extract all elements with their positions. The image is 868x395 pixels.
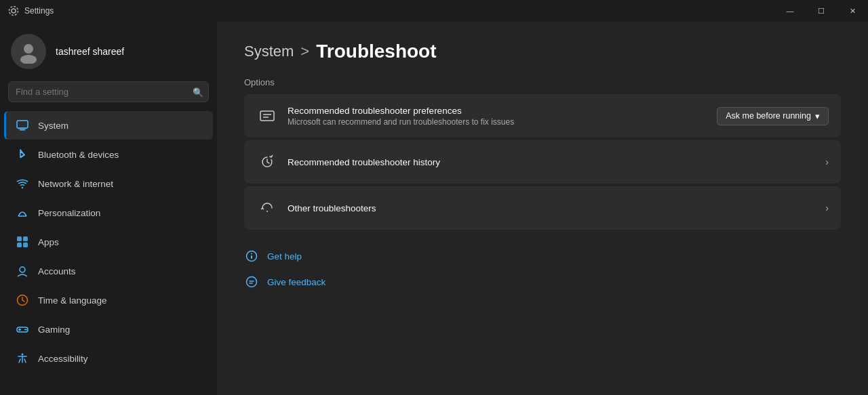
- svg-point-24: [267, 211, 268, 212]
- give-feedback-label: Give feedback: [267, 277, 326, 287]
- user-section: tashreef shareef: [0, 27, 217, 81]
- time-icon: [15, 293, 30, 308]
- sidebar-item-time[interactable]: Time & language: [4, 286, 213, 314]
- option-preferences-right: Ask me before running ▾: [717, 107, 829, 125]
- option-preferences-text: Recommended troubleshooter preferences M…: [288, 106, 717, 127]
- svg-point-3: [20, 55, 37, 64]
- sidebar-item-gaming[interactable]: Gaming: [4, 315, 213, 344]
- sidebar-item-system[interactable]: System: [4, 111, 213, 140]
- breadcrumb-separator: >: [300, 43, 309, 60]
- system-icon: [15, 118, 30, 133]
- sidebar-item-accessibility[interactable]: Accessibility: [4, 344, 213, 373]
- network-icon: [15, 176, 30, 191]
- svg-rect-12: [23, 243, 28, 247]
- option-preferences-title: Recommended troubleshooter preferences: [288, 106, 717, 116]
- close-button[interactable]: ✕: [837, 0, 868, 22]
- svg-point-13: [20, 267, 25, 272]
- sidebar-item-label-accounts: Accounts: [38, 266, 76, 276]
- titlebar-controls: — ☐ ✕: [774, 0, 868, 22]
- option-history[interactable]: Recommended troubleshooter history ›: [244, 140, 841, 184]
- help-icon: [244, 249, 259, 264]
- svg-point-17: [26, 329, 27, 331]
- get-help-link[interactable]: Get help: [244, 243, 841, 269]
- svg-rect-21: [260, 111, 274, 121]
- chevron-down-icon: ▾: [815, 111, 820, 121]
- option-history-text: Recommended troubleshooter history: [288, 157, 825, 167]
- settings-icon: [8, 5, 19, 16]
- maximize-button[interactable]: ☐: [806, 0, 837, 22]
- sidebar-item-label-gaming: Gaming: [38, 325, 70, 335]
- sidebar-item-label-bluetooth: Bluetooth & devices: [38, 150, 119, 160]
- search-icon: 🔍: [193, 87, 203, 97]
- sidebar-item-label-system: System: [38, 121, 68, 131]
- option-preferences[interactable]: Recommended troubleshooter preferences M…: [244, 94, 841, 138]
- chevron-right-icon-2: ›: [825, 203, 829, 213]
- svg-point-20: [22, 354, 24, 356]
- sidebar-item-label-accessibility: Accessibility: [38, 354, 88, 364]
- preferences-dropdown[interactable]: Ask me before running ▾: [717, 107, 829, 125]
- username: tashreef shareef: [56, 46, 124, 57]
- app-body: tashreef shareef 🔍 System: [0, 22, 868, 395]
- sidebar-item-apps[interactable]: Apps: [4, 228, 213, 256]
- chevron-right-icon: ›: [825, 157, 829, 167]
- sidebar-item-personalization[interactable]: Personalization: [4, 199, 213, 227]
- svg-point-7: [22, 187, 23, 188]
- section-label: Options: [244, 77, 841, 87]
- breadcrumb-parent[interactable]: System: [244, 43, 294, 60]
- breadcrumb: System > Troubleshoot: [244, 41, 841, 62]
- svg-rect-5: [20, 129, 25, 131]
- bluetooth-icon: [15, 147, 30, 162]
- option-other[interactable]: Other troubleshooters ›: [244, 186, 841, 230]
- option-other-title: Other troubleshooters: [288, 203, 825, 213]
- breadcrumb-current: Troubleshoot: [316, 41, 436, 62]
- option-history-title: Recommended troubleshooter history: [288, 157, 825, 167]
- search-input[interactable]: [8, 81, 209, 102]
- main-content: System > Troubleshoot Options Recommende…: [217, 22, 868, 395]
- sidebar-item-accounts[interactable]: Accounts: [4, 257, 213, 285]
- apps-icon: [15, 234, 30, 249]
- nav-items: System Bluetooth & devices: [0, 110, 217, 373]
- svg-point-16: [24, 329, 26, 331]
- history-icon: [256, 151, 278, 173]
- feedback-icon: [244, 274, 259, 289]
- sidebar-item-label-time: Time & language: [38, 295, 107, 306]
- search-box: 🔍: [8, 81, 209, 102]
- svg-point-1: [9, 7, 18, 16]
- option-other-text: Other troubleshooters: [288, 203, 825, 213]
- option-history-right: ›: [825, 157, 829, 167]
- titlebar-left: Settings: [8, 5, 54, 16]
- dropdown-value: Ask me before running: [726, 111, 811, 121]
- sidebar-item-network[interactable]: Network & internet: [4, 169, 213, 198]
- sidebar-item-label-apps: Apps: [38, 237, 59, 247]
- svg-rect-27: [251, 255, 252, 259]
- gaming-icon: [15, 322, 30, 337]
- sidebar-item-bluetooth[interactable]: Bluetooth & devices: [4, 140, 213, 169]
- svg-point-2: [24, 44, 33, 54]
- minimize-button[interactable]: —: [774, 0, 806, 22]
- accessibility-icon: [15, 351, 30, 366]
- sidebar: tashreef shareef 🔍 System: [0, 22, 217, 395]
- avatar: [11, 34, 46, 69]
- option-preferences-subtitle: Microsoft can recommend and run troubles…: [288, 117, 717, 127]
- links-section: Get help Give feedback: [244, 243, 841, 295]
- sidebar-item-label-personalization: Personalization: [38, 208, 100, 218]
- sidebar-item-label-network: Network & internet: [38, 179, 113, 189]
- get-help-label: Get help: [267, 251, 302, 262]
- titlebar: Settings — ☐ ✕: [0, 0, 868, 22]
- preferences-icon: [256, 105, 278, 127]
- svg-rect-11: [17, 243, 22, 247]
- svg-rect-4: [17, 121, 28, 128]
- option-other-right: ›: [825, 203, 829, 213]
- give-feedback-link[interactable]: Give feedback: [244, 269, 841, 295]
- avatar-icon: [16, 39, 41, 64]
- svg-point-28: [247, 277, 257, 287]
- svg-rect-9: [17, 236, 22, 241]
- personalization-icon: [15, 205, 30, 220]
- svg-point-26: [251, 253, 252, 255]
- svg-point-0: [12, 9, 16, 13]
- other-icon: [256, 197, 278, 219]
- titlebar-title: Settings: [24, 6, 54, 16]
- svg-rect-10: [23, 236, 28, 241]
- accounts-icon: [15, 264, 30, 278]
